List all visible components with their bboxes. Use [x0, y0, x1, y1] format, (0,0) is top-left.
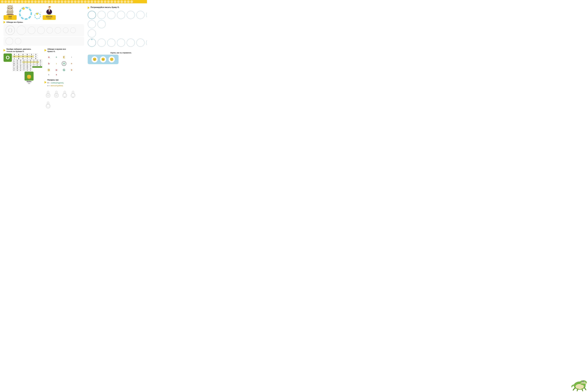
- trace-o-dashed-1: [98, 11, 106, 19]
- mc: P: [12, 61, 16, 63]
- maze-body: O K E O B S: [4, 54, 42, 84]
- trace-o-dashed-12: [107, 38, 116, 47]
- mc: O: [16, 63, 19, 64]
- trace-dot: [92, 39, 92, 40]
- top-dot: [64, 0, 66, 3]
- cl-n: n: [45, 54, 52, 60]
- mc: O: [21, 54, 25, 56]
- mc: E: [16, 54, 21, 56]
- mc: O: [25, 56, 30, 58]
- mc: O: [30, 58, 34, 60]
- top-dot: [124, 0, 126, 3]
- cl-b2: b: [68, 67, 75, 73]
- bottom-sections: Пройди лабиринт, двигаясь только по букв…: [4, 47, 84, 110]
- mc: U: [34, 54, 38, 56]
- mc: O: [32, 61, 36, 63]
- onion-draw-5: [44, 100, 52, 109]
- svg-text:O: O: [48, 94, 48, 96]
- trace-letters-title: Обведи все буквы.: [6, 21, 23, 23]
- mc: T: [32, 64, 36, 66]
- ostrich-image: [43, 4, 56, 15]
- main-content: Owl Сова 1 ◂ 1 ◂: [0, 3, 147, 111]
- circle-letters-title: Обведи в кружок все буквы О.: [48, 48, 66, 52]
- mc: O: [22, 66, 26, 68]
- mc: N: [29, 64, 32, 66]
- circle-letters-grid: n o E t b z O o B o G b k s: [44, 54, 84, 76]
- cl-O-circle-border: O: [62, 61, 66, 66]
- mc: V: [39, 61, 42, 63]
- top-dot: [127, 0, 130, 3]
- owl-label: Owl Сова: [4, 15, 16, 20]
- cl-o2: o: [68, 60, 75, 66]
- top-dot: [61, 0, 63, 3]
- top-dot: [87, 0, 90, 3]
- top-dot: [34, 0, 37, 3]
- mc: O: [29, 68, 32, 70]
- clt-2: буквы О.: [48, 50, 66, 53]
- onion-draw-3: о: [61, 89, 68, 98]
- clt-1: Обведи в кружок все: [48, 48, 66, 50]
- mc: G: [19, 64, 22, 66]
- practice-header: Потренируйся писать букву О.: [88, 6, 147, 10]
- maze-letter-o: O: [4, 54, 12, 62]
- top-dot: [21, 0, 24, 3]
- svg-point-41: [72, 94, 74, 96]
- trace-grid: [88, 11, 147, 47]
- svg-marker-3: [7, 5, 9, 6]
- trace-circle-xl-1: O: [6, 26, 15, 35]
- ci-green-text: зелёный (green),: [51, 82, 64, 84]
- top-dot: [120, 0, 123, 3]
- maze-row-1: K E O B S U: [12, 54, 42, 56]
- mc: A: [19, 66, 22, 68]
- top-dot: [110, 0, 113, 3]
- trace-o-dashed-3: [117, 11, 125, 19]
- top-dot: [80, 0, 83, 3]
- face-sad: 😟: [92, 56, 98, 62]
- mc: K: [26, 63, 29, 64]
- right-panel: Потренируйся писать букву О.: [84, 4, 147, 110]
- section-arrow-3: [44, 49, 46, 52]
- cl-t: t: [68, 54, 75, 60]
- mc: O: [36, 61, 39, 63]
- mc: B: [25, 54, 30, 56]
- trace-o-xl: O: [8, 27, 12, 34]
- top-dot: [71, 0, 73, 3]
- maze-title-line1: Пройди лабиринт, двигаясь: [6, 48, 31, 50]
- cl-z: z: [53, 60, 60, 66]
- circle-number: 1: [22, 8, 25, 10]
- trace-o-solid-1: [88, 11, 96, 19]
- mc: Y: [25, 58, 30, 60]
- maze-section: Пройди лабиринт, двигаясь только по букв…: [4, 47, 42, 110]
- trace-o-with-dot: [88, 38, 96, 47]
- section-arrow-4: [44, 81, 46, 84]
- small-o: 1 ◂: [34, 13, 42, 20]
- mc: O: [21, 56, 25, 58]
- mc: L: [32, 63, 36, 64]
- ci-o-big: О —: [48, 82, 51, 84]
- mc: E: [39, 60, 42, 61]
- owl-card: Owl Сова: [4, 4, 16, 20]
- trace-o-dashed-2: [107, 11, 116, 19]
- top-dot: [54, 0, 57, 3]
- section-arrow-1: [4, 21, 6, 23]
- mc: R: [26, 64, 29, 66]
- mc: L: [12, 58, 16, 60]
- trace-o-dashed-15: [136, 38, 144, 47]
- trace-circle-md-1: [46, 27, 53, 34]
- onion-svg: [26, 72, 32, 80]
- top-dot: [41, 0, 44, 3]
- trace-o-dashed-14: [126, 38, 135, 47]
- mc: F: [29, 63, 32, 64]
- maze-header: Пройди лабиринт, двигаясь только по букв…: [4, 48, 42, 52]
- right-mini-panel: Обведи в кружок все буквы О. n o E t b z…: [44, 47, 84, 110]
- top-dot: [1, 0, 4, 3]
- trace-o-dashed-11: [98, 38, 106, 47]
- mc: N: [16, 60, 19, 61]
- cl-s: s: [53, 73, 60, 76]
- mc: O: [22, 63, 26, 64]
- mc: T: [22, 70, 26, 71]
- mc: O: [36, 60, 39, 61]
- trace-circle-lg-1: [28, 26, 36, 34]
- svg-text:о: о: [73, 96, 74, 98]
- ostrich-svg: [43, 4, 55, 15]
